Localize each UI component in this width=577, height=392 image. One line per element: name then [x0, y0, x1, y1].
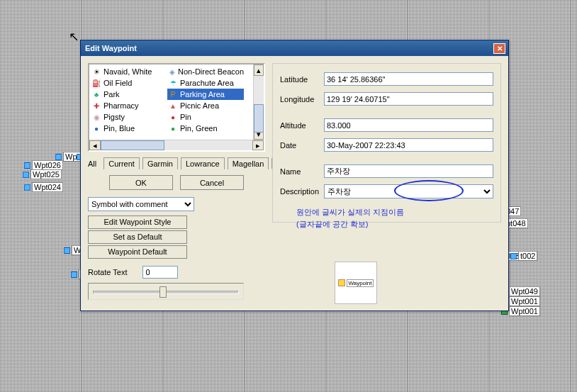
symbol-icon: ● — [169, 113, 177, 121]
symbol-name: Pin, Blue — [103, 124, 135, 133]
map-waypoint[interactable]: Wpt026 — [24, 160, 63, 170]
hscroll-thumb[interactable] — [101, 140, 164, 150]
symbol-name: Non-Direct Beacon — [178, 67, 244, 76]
symbol-icon: ☀ — [92, 67, 101, 76]
date-input[interactable] — [324, 138, 493, 152]
tab-all[interactable]: All — [88, 159, 96, 168]
rotate-text-label: Rotate Text — [88, 268, 127, 276]
waypoint-label: Wpt001 — [509, 296, 540, 306]
symbol-item[interactable]: PParking Area — [167, 89, 244, 100]
symbol-icon: ✚ — [92, 101, 101, 110]
symbol-name: Park — [103, 90, 120, 99]
date-label: Date — [280, 141, 324, 150]
symbol-icon: ▲ — [169, 101, 177, 110]
waypoint-marker-icon — [510, 253, 517, 259]
latitude-input[interactable] — [324, 72, 493, 86]
symbol-item[interactable]: ⛽Oil Field — [91, 77, 167, 89]
symbol-name: Parking Area — [180, 90, 225, 99]
rotate-text-input[interactable] — [142, 266, 178, 279]
longitude-input[interactable] — [324, 92, 493, 106]
scroll-left-icon[interactable]: ◂ — [89, 140, 101, 150]
symbol-icon: ● — [169, 124, 177, 133]
set-as-default-button[interactable]: Set as Default — [88, 230, 187, 244]
waypoint-marker-icon — [55, 154, 62, 160]
symbol-listbox[interactable]: ☀Navaid, White⛽Oil Field♣Park✚Pharmacy◉P… — [88, 63, 265, 152]
cancel-button[interactable]: Cancel — [180, 175, 244, 190]
edit-waypoint-dialog: Edit Waypoint ✕ ☀Navaid, White⛽Oil Field… — [80, 40, 509, 311]
symbol-name: Pharmacy — [103, 101, 139, 110]
name-input[interactable] — [324, 164, 493, 178]
symbol-icon: ☂ — [169, 79, 177, 87]
symbol-name: Pin, Green — [180, 124, 218, 133]
waypoint-label: t002 — [518, 251, 537, 261]
symbol-vscroll[interactable]: ▴ ▾ — [253, 65, 264, 140]
scroll-right-icon[interactable]: ▸ — [252, 140, 264, 150]
longitude-label: Longitude — [280, 95, 324, 103]
symbol-icon: ◉ — [92, 113, 101, 121]
symbol-name: Navaid, White — [103, 67, 152, 76]
symbol-icon: P — [169, 90, 177, 99]
symbol-icon: ♣ — [92, 90, 101, 99]
waypoint-label: Wpt026 — [32, 160, 63, 170]
titlebar[interactable]: Edit Waypoint ✕ — [81, 40, 508, 56]
waypoint-label: Wpt001 — [509, 306, 540, 316]
waypoint-label: Wpt025 — [30, 169, 62, 179]
altitude-input[interactable] — [324, 118, 493, 132]
tab-magellan[interactable]: Magellan — [228, 157, 269, 169]
symbol-name: Pin — [180, 113, 191, 121]
preview-symbol-icon — [338, 279, 345, 286]
waypoint-label: Wpt049 — [509, 286, 540, 296]
ok-button[interactable]: OK — [109, 175, 173, 190]
symbol-item[interactable]: ☂Parachute Area — [167, 77, 244, 89]
waypoint-label: Wpt024 — [32, 182, 63, 192]
description-combo[interactable]: 주차장 — [324, 184, 493, 198]
symbol-item[interactable]: ●Pin — [167, 111, 244, 123]
map-waypoint[interactable]: Wpt025 — [23, 169, 62, 179]
symbol-style-combo[interactable]: Symbol with comment — [88, 197, 194, 211]
scroll-up-icon[interactable]: ▴ — [254, 65, 264, 76]
tab-current[interactable]: Current — [103, 157, 140, 169]
symbol-item[interactable]: ✚Pharmacy — [91, 100, 167, 111]
waypoint-marker-icon — [64, 247, 70, 254]
map-waypoint[interactable]: Wpt024 — [24, 182, 63, 192]
symbol-icon: ⛽ — [92, 79, 101, 87]
altitude-label: Altitude — [280, 121, 324, 130]
latitude-label: Latitude — [280, 75, 324, 84]
properties-panel: Latitude Longitude Altitude Date Name De… — [272, 63, 501, 223]
tab-lowrance[interactable]: Lowrance — [181, 157, 225, 169]
rotate-slider[interactable] — [88, 283, 244, 300]
waypoint-marker-icon — [23, 172, 29, 178]
symbol-name: Picnic Area — [180, 101, 219, 110]
description-label: Description — [280, 187, 324, 196]
symbol-item[interactable]: ▲Picnic Area — [167, 100, 244, 111]
name-label: Name — [280, 167, 324, 176]
symbol-item[interactable]: ◉Pigsty — [91, 111, 167, 123]
symbol-item[interactable]: ♣Park — [91, 89, 167, 100]
waypoint-marker-icon — [71, 271, 77, 278]
symbol-name: Parachute Area — [180, 79, 234, 87]
symbol-hscroll[interactable]: ◂ ▸ — [89, 140, 264, 150]
symbol-icon: ● — [92, 124, 101, 133]
map-waypoint[interactable]: t002 — [510, 251, 537, 261]
symbol-name: Pigsty — [103, 113, 125, 121]
waypoint-default-button[interactable]: Waypoint Default — [88, 245, 187, 259]
symbol-preview: Waypoint — [335, 262, 377, 304]
waypoint-marker-icon — [24, 162, 30, 169]
preview-label: Waypoint — [347, 279, 373, 287]
waypoint-marker-icon — [24, 184, 30, 191]
symbol-icon: ◈ — [169, 67, 175, 76]
window-title: Edit Waypoint — [84, 44, 493, 52]
slider-knob[interactable] — [159, 286, 167, 298]
close-button[interactable]: ✕ — [493, 43, 505, 54]
symbol-item[interactable]: ●Pin, Blue — [91, 123, 167, 134]
scroll-thumb[interactable] — [254, 104, 264, 133]
tab-garmin[interactable]: Garmin — [142, 157, 178, 169]
edit-waypoint-style-button[interactable]: Edit Waypoint Style — [88, 215, 187, 229]
symbol-item[interactable]: ◈Non-Direct Beacon — [167, 66, 244, 77]
symbol-name: Oil Field — [103, 79, 132, 87]
symbol-item[interactable]: ●Pin, Green — [167, 123, 244, 134]
symbol-item[interactable]: ☀Navaid, White — [91, 66, 167, 77]
